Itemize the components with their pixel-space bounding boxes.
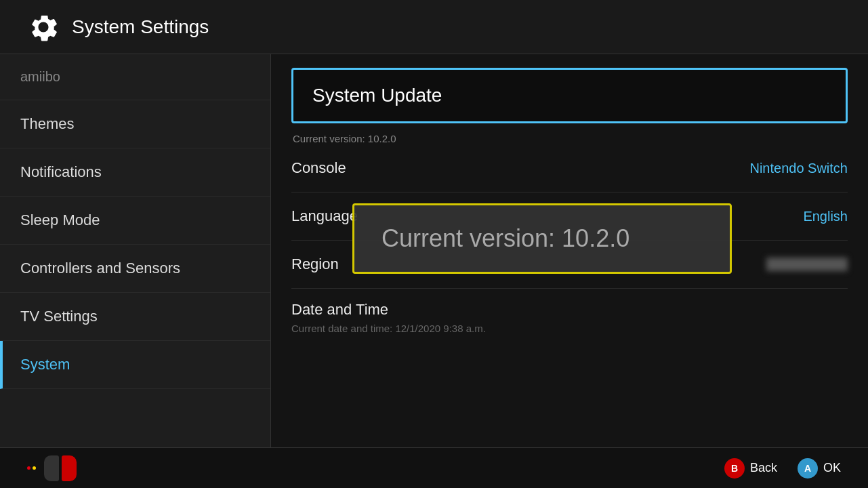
a-button-circle: A (798, 458, 818, 479)
language-value: English (803, 209, 848, 224)
joy-con-icon (44, 455, 77, 481)
ok-button[interactable]: A OK (798, 458, 841, 479)
sidebar-item-tv-settings[interactable]: TV Settings (0, 293, 270, 341)
region-label: Region (291, 256, 339, 273)
sidebar-item-controllers-sensors[interactable]: Controllers and Sensors (0, 245, 270, 293)
version-tooltip: Current version: 10.2.0 (352, 203, 732, 274)
gear-icon (27, 11, 60, 43)
date-time-label: Date and Time (291, 301, 848, 319)
sidebar-item-sleep-mode[interactable]: Sleep Mode (0, 197, 270, 245)
content-area: System Update Current version: 10.2.0 Co… (271, 54, 868, 447)
system-update-title: System Update (312, 85, 827, 106)
console-value: Nintendo Switch (749, 161, 848, 176)
header: System Settings (0, 0, 868, 54)
sidebar-item-notifications[interactable]: Notifications (0, 148, 270, 197)
footer-buttons: B Back A OK (724, 458, 841, 479)
footer-left (27, 455, 77, 481)
console-label: Console (291, 159, 346, 177)
joy-con-dots (27, 466, 36, 470)
dot-red (27, 466, 30, 470)
back-button[interactable]: B Back (724, 458, 777, 479)
b-button-circle: B (724, 458, 745, 479)
page-title: System Settings (72, 16, 209, 38)
sidebar-item-system[interactable]: System (0, 341, 270, 389)
date-time-row[interactable]: Date and Time Current date and time: 12/… (291, 289, 848, 340)
dot-yellow (33, 466, 36, 470)
back-label: Back (750, 461, 777, 475)
sidebar-item-themes[interactable]: Themes (0, 100, 270, 148)
ok-label: OK (823, 461, 841, 475)
joy-con-right (62, 455, 77, 481)
system-update-subtitle: Current version: 10.2.0 (291, 129, 848, 144)
language-label: Language (291, 207, 358, 225)
sidebar-item-amiibo[interactable]: amiibo (0, 54, 270, 100)
date-time-subtitle: Current date and time: 12/1/2020 9:38 a.… (291, 323, 486, 334)
version-tooltip-text: Current version: 10.2.0 (381, 224, 629, 252)
joy-con-left (44, 455, 59, 481)
console-row[interactable]: Console Nintendo Switch (291, 144, 848, 192)
main-layout: amiibo Themes Notifications Sleep Mode C… (0, 54, 868, 447)
region-value (766, 258, 848, 271)
sidebar: amiibo Themes Notifications Sleep Mode C… (0, 54, 271, 447)
system-update-card[interactable]: System Update (291, 68, 848, 123)
footer: B Back A OK (0, 447, 868, 488)
